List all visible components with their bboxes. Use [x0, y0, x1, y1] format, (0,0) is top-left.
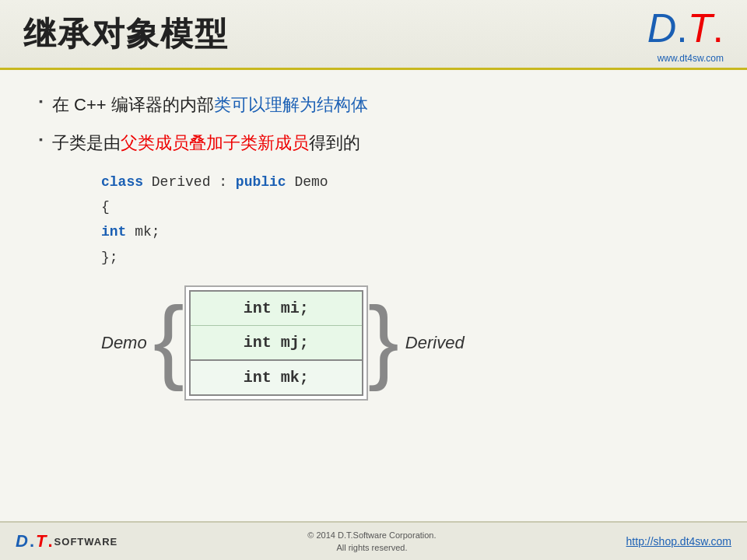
copyright-line2: All rights reserved. — [307, 541, 436, 555]
footer-logo: D.T. SOFTWARE — [16, 531, 117, 551]
header: 继承对象模型 D.T. www.dt4sw.com — [0, 0, 747, 70]
row-mi-text: int mi; — [244, 299, 309, 317]
code-line1: class Derived : public Demo — [101, 170, 708, 194]
footer-software-text: SOFTWARE — [54, 536, 118, 548]
footer-logo-dot1: . — [30, 531, 34, 551]
code-line3-rest: mk; — [126, 224, 160, 240]
footer: D.T. SOFTWARE © 2014 D.T.Software Corpor… — [0, 521, 747, 560]
bullet-item-1: ▪ 在 C++ 编译器的内部类可以理解为结构体 — [39, 93, 708, 117]
logo-dot1: . — [676, 5, 687, 51]
logo-d: D — [647, 5, 677, 51]
row-mk: int mk; — [191, 361, 362, 394]
logo-t: T — [688, 5, 713, 51]
copyright-line1: © 2014 D.T.Software Corporation. — [307, 529, 436, 542]
inner-box: int mi; int mj; int mk; — [189, 290, 363, 396]
row-mj-text: int mj; — [244, 334, 309, 352]
row-mk-text: int mk; — [244, 369, 309, 387]
bullet-item-2: ▪ 子类是由父类成员叠加子类新成员得到的 — [39, 131, 708, 156]
logo-dot2: . — [713, 5, 724, 51]
bullet-marker-1: ▪ — [39, 95, 43, 107]
bottom-section: int mk; — [191, 361, 362, 394]
code-line3: int mk; — [101, 219, 708, 244]
bullet1-highlight: 类可以理解为结构体 — [214, 95, 368, 114]
logo: D.T. — [647, 5, 724, 51]
main-content: ▪ 在 C++ 编译器的内部类可以理解为结构体 ▪ 子类是由父类成员叠加子类新成… — [0, 70, 747, 416]
bullet2-prefix: 子类是由 — [52, 133, 121, 152]
diagram-area: Demo { int mi; int mj; int mk; — [101, 285, 708, 401]
diagram-box: int mi; int mj; int mk; — [184, 285, 368, 401]
code-class-keyword: class — [101, 174, 143, 190]
row-mi: int mi; — [191, 292, 362, 326]
code-line1-rest: Derived : — [143, 174, 236, 190]
footer-logo-d: D — [16, 531, 28, 551]
bullet2-highlight-red: 父类成员叠加子类新成员 — [121, 133, 309, 152]
footer-logo-dot2: . — [47, 531, 52, 551]
page-title: 继承对象模型 — [23, 12, 229, 56]
bullet2-suffix: 得到的 — [309, 133, 360, 152]
footer-logo-t: T — [36, 531, 46, 551]
bullet-marker-2: ▪ — [39, 133, 43, 145]
footer-link[interactable]: http://shop.dt4sw.com — [626, 535, 731, 548]
derived-label: Derived — [405, 333, 465, 353]
bullet-text-2: 子类是由父类成员叠加子类新成员得到的 — [52, 131, 360, 156]
logo-url: www.dt4sw.com — [658, 53, 724, 64]
left-bracket: { — [153, 292, 184, 386]
code-int-keyword: int — [101, 224, 126, 240]
logo-area: D.T. www.dt4sw.com — [647, 5, 724, 64]
footer-copyright: © 2014 D.T.Software Corporation. All rig… — [307, 529, 436, 555]
code-public-keyword: public — [236, 174, 286, 190]
bullet1-prefix: 在 C++ 编译器的内部 — [52, 95, 214, 114]
code-line4: }; — [101, 245, 708, 270]
code-line1-rest2: Demo — [286, 174, 328, 190]
demo-label: Demo — [101, 333, 147, 353]
row-mj: int mj; — [191, 326, 362, 359]
right-bracket: } — [368, 292, 399, 386]
bullet-text-1: 在 C++ 编译器的内部类可以理解为结构体 — [52, 93, 368, 117]
top-section: int mi; int mj; — [191, 292, 362, 361]
code-block: class Derived : public Demo { int mk; }; — [101, 170, 708, 271]
code-line2: { — [101, 194, 708, 219]
